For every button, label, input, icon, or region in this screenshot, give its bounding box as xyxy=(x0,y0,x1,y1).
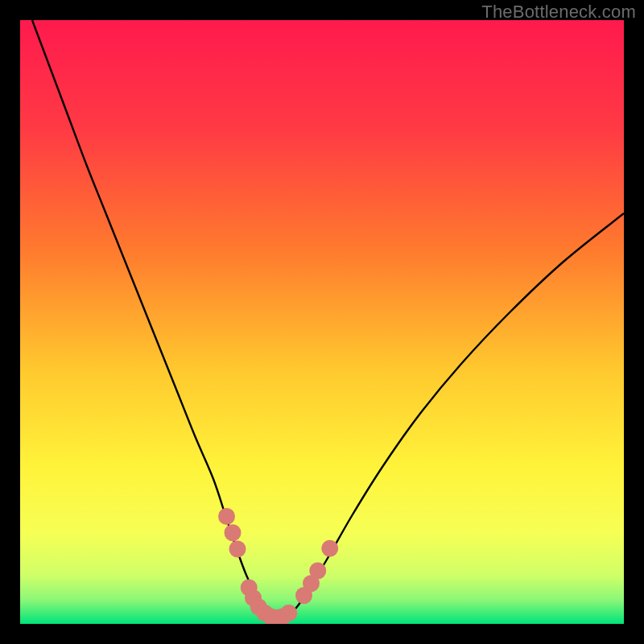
data-marker xyxy=(218,508,235,525)
data-markers xyxy=(20,20,624,624)
plot-area xyxy=(20,20,624,624)
chart-frame: TheBottleneck.com xyxy=(0,0,644,644)
data-marker xyxy=(309,563,326,580)
data-marker xyxy=(229,541,246,558)
data-marker xyxy=(225,524,242,541)
data-marker xyxy=(280,605,297,621)
data-marker xyxy=(321,540,338,557)
watermark-label: TheBottleneck.com xyxy=(481,2,636,23)
